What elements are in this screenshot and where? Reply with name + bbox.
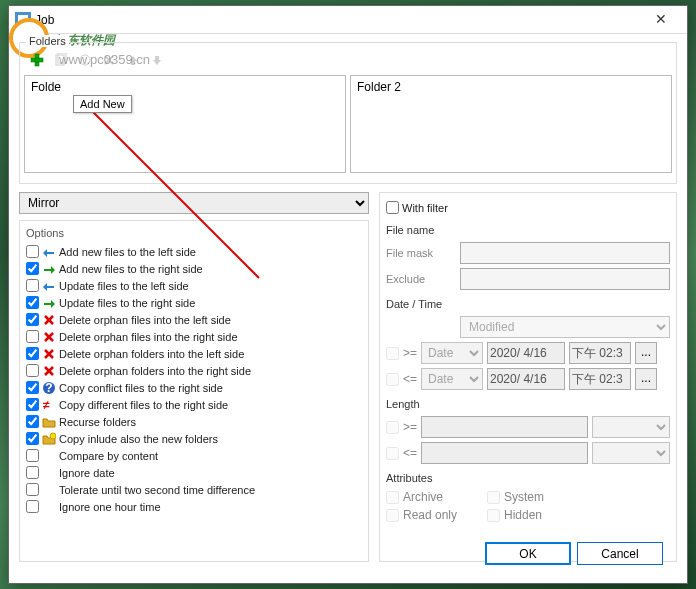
option-checkbox-15[interactable] [26, 500, 39, 513]
date-ge-date[interactable] [487, 342, 565, 364]
close-button[interactable]: ✕ [641, 10, 681, 30]
option-checkbox-3[interactable] [26, 296, 39, 309]
edit-icon [78, 53, 92, 67]
readonly-checkbox[interactable] [386, 509, 399, 522]
len-le-checkbox[interactable] [386, 447, 399, 460]
option-row: Add new files to the left side [26, 243, 362, 260]
cancel-button[interactable]: Cancel [577, 542, 663, 565]
len-ge-input[interactable] [421, 416, 588, 438]
option-checkbox-6[interactable] [26, 347, 39, 360]
option-checkbox-9[interactable] [26, 398, 39, 411]
option-label: Add new files to the right side [59, 263, 203, 275]
option-checkbox-11[interactable] [26, 432, 39, 445]
down-button [146, 49, 168, 71]
date-le-browse[interactable]: ... [635, 368, 657, 390]
svg-line-9 [105, 56, 113, 64]
edit-button [74, 49, 96, 71]
option-row: Delete orphan files into the left side [26, 311, 362, 328]
attributes-label: Attributes [386, 472, 670, 484]
option-label: Delete orphan files into the left side [59, 314, 231, 326]
filemask-input[interactable] [460, 242, 670, 264]
option-label: Delete orphan folders into the left side [59, 348, 244, 360]
folder1-list[interactable]: Folde [24, 75, 346, 173]
add-new-tooltip: Add New [73, 95, 132, 113]
mode-select[interactable]: Mirror [19, 192, 369, 214]
job-dialog: Job ✕ 河东软件园 www.pc0359.cn Folders [8, 5, 688, 584]
question-blue-icon: ? [42, 381, 56, 395]
datetype-select[interactable]: Modified [460, 316, 670, 338]
x-red-icon [42, 313, 56, 327]
with-filter-checkbox[interactable] [386, 201, 399, 214]
option-checkbox-8[interactable] [26, 381, 39, 394]
option-row: Copy inlude also the new folders [26, 430, 362, 447]
arrow-right-green-icon [42, 262, 56, 276]
date-le-checkbox[interactable] [386, 373, 399, 386]
option-checkbox-7[interactable] [26, 364, 39, 377]
date-ge-kind[interactable]: Date [421, 342, 483, 364]
option-checkbox-13[interactable] [26, 466, 39, 479]
window-title: Job [35, 13, 54, 27]
folders-fieldset: Folders Folde Folder 2 [19, 42, 677, 184]
copy-button [50, 49, 72, 71]
date-ge-checkbox[interactable] [386, 347, 399, 360]
folder2-list[interactable]: Folder 2 [350, 75, 672, 173]
option-label: Copy inlude also the new folders [59, 433, 218, 445]
date-ge-time[interactable] [569, 342, 631, 364]
system-checkbox[interactable] [487, 491, 500, 504]
option-row: Update files to the right side [26, 294, 362, 311]
option-checkbox-10[interactable] [26, 415, 39, 428]
date-le-kind[interactable]: Date [421, 368, 483, 390]
option-label: Copy different files to the right side [59, 399, 228, 411]
x-icon [102, 53, 116, 67]
option-label: Recurse folders [59, 416, 136, 428]
len-le-input[interactable] [421, 442, 588, 464]
ok-button[interactable]: OK [485, 542, 571, 565]
filter-fieldset: With filter File name File mask Exclude … [379, 192, 677, 562]
option-label: Update files to the left side [59, 280, 189, 292]
svg-text:≠: ≠ [43, 398, 50, 412]
add-new-button[interactable] [26, 49, 48, 71]
option-label: Tolerate until two second time differenc… [59, 484, 255, 496]
svg-point-8 [80, 55, 90, 65]
option-checkbox-0[interactable] [26, 245, 39, 258]
up-button [122, 49, 144, 71]
option-checkbox-2[interactable] [26, 279, 39, 292]
option-checkbox-14[interactable] [26, 483, 39, 496]
date-le-date[interactable] [487, 368, 565, 390]
option-label: Copy conflict files to the right side [59, 382, 223, 394]
notequal-red-icon: ≠ [42, 398, 56, 412]
options-fieldset: Options Add new files to the left sideAd… [19, 220, 369, 562]
option-checkbox-12[interactable] [26, 449, 39, 462]
date-le-time[interactable] [569, 368, 631, 390]
folders-label: Folders [26, 35, 69, 47]
exclude-input[interactable] [460, 268, 670, 290]
option-row: Delete orphan files into the right side [26, 328, 362, 345]
with-filter-label: With filter [402, 202, 448, 214]
svg-rect-7 [58, 53, 66, 63]
option-checkbox-1[interactable] [26, 262, 39, 275]
len-ge-checkbox[interactable] [386, 421, 399, 434]
len-ge-unit[interactable] [592, 416, 670, 438]
folder-yellow-icon [42, 415, 56, 429]
option-row: Ignore one hour time [26, 498, 362, 515]
delete-button [98, 49, 120, 71]
option-row: Tolerate until two second time differenc… [26, 481, 362, 498]
datetime-label: Date / Time [386, 298, 670, 310]
titlebar: Job ✕ [9, 6, 687, 34]
app-icon [15, 12, 31, 28]
hidden-checkbox[interactable] [487, 509, 500, 522]
option-checkbox-4[interactable] [26, 313, 39, 326]
copy-icon [54, 53, 68, 67]
arrow-up-icon [126, 53, 140, 67]
x-red-icon [42, 347, 56, 361]
option-checkbox-5[interactable] [26, 330, 39, 343]
archive-checkbox[interactable] [386, 491, 399, 504]
folders-toolbar [24, 47, 672, 73]
option-row: Add new files to the right side [26, 260, 362, 277]
arrow-right-green-icon [42, 296, 56, 310]
date-ge-browse[interactable]: ... [635, 342, 657, 364]
folder-new-icon [42, 432, 56, 446]
len-le-unit[interactable] [592, 442, 670, 464]
option-row: Ignore date [26, 464, 362, 481]
option-label: Add new files to the left side [59, 246, 196, 258]
